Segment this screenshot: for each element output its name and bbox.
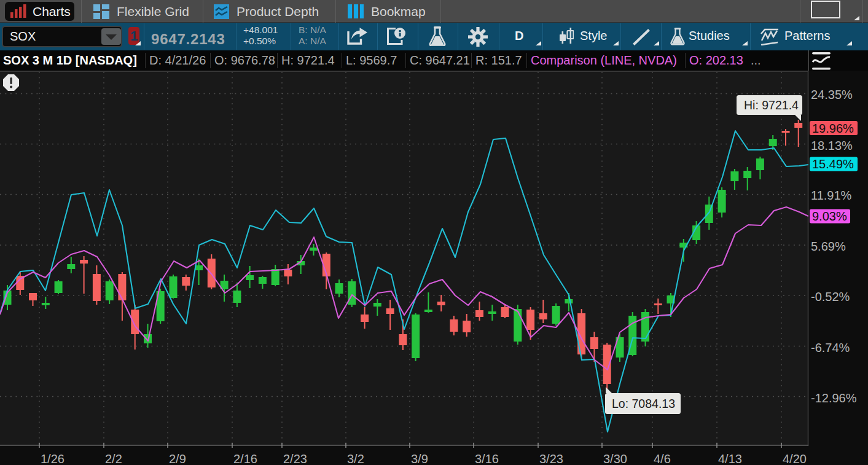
svg-text:18.13%: 18.13% <box>811 139 853 152</box>
svg-text:-0.52%: -0.52% <box>811 290 850 303</box>
svg-text:3/30: 3/30 <box>603 452 627 465</box>
svg-text:4/13: 4/13 <box>718 452 742 465</box>
svg-text:Lo: 7084.13: Lo: 7084.13 <box>612 397 675 410</box>
svg-text:24.35%: 24.35% <box>811 88 853 101</box>
svg-text:3/2: 3/2 <box>347 452 364 465</box>
svg-text:4/20: 4/20 <box>783 452 807 465</box>
svg-text:4/6: 4/6 <box>654 452 671 465</box>
svg-text:11.91%: 11.91% <box>811 189 852 202</box>
svg-text:2/23: 2/23 <box>283 452 307 465</box>
svg-text:-6.74%: -6.74% <box>811 341 850 354</box>
svg-text:1/26: 1/26 <box>41 452 65 465</box>
svg-text:3/23: 3/23 <box>539 452 563 465</box>
svg-text:2/16: 2/16 <box>233 452 257 465</box>
svg-text:2/9: 2/9 <box>169 452 186 465</box>
svg-text:Hi: 9721.4: Hi: 9721.4 <box>744 98 799 112</box>
svg-text:5.69%: 5.69% <box>811 240 846 253</box>
svg-text:3/9: 3/9 <box>411 452 428 465</box>
svg-text:2/2: 2/2 <box>105 452 122 465</box>
svg-text:15.49%: 15.49% <box>812 157 854 171</box>
svg-text:9.03%: 9.03% <box>812 209 847 223</box>
svg-text:19.96%: 19.96% <box>812 122 854 135</box>
svg-text:3/16: 3/16 <box>475 452 499 465</box>
svg-text:-12.96%: -12.96% <box>811 391 857 405</box>
